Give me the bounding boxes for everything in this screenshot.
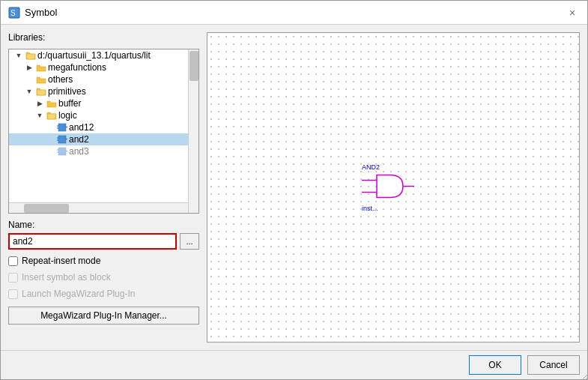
title-bar: S Symbol × — [1, 1, 587, 25]
ok-button[interactable]: OK — [469, 355, 521, 375]
toggle-logic[interactable]: ▼ — [34, 110, 45, 121]
tree-item-primitives[interactable]: ▼ primitives — [9, 85, 198, 97]
repeat-insert-label: Repeat-insert mode — [22, 256, 100, 266]
tree-label-and3: and3 — [69, 146, 89, 157]
browse-button[interactable]: ... — [180, 233, 199, 250]
tree-item-and3[interactable]: and3 — [9, 145, 198, 157]
tree-label-and2: and2 — [69, 134, 89, 145]
close-button[interactable]: × — [565, 5, 580, 20]
chip-icon-and3 — [57, 147, 67, 156]
folder-open-icon-primitives — [36, 87, 46, 96]
tree-scrollbar-vertical[interactable] — [188, 49, 198, 213]
spacer-and12 — [45, 122, 55, 133]
folder-open-icon — [25, 51, 36, 60]
spacer-and2 — [45, 134, 55, 145]
toggle-root[interactable]: ▼ — [13, 50, 24, 61]
launch-megawizard-checkbox[interactable] — [8, 289, 18, 299]
tree-container[interactable]: ▼ d:/quartusuii_13.1/quartus/lit ▶ — [8, 49, 199, 214]
svg-text:S: S — [10, 9, 16, 17]
libraries-label: Libraries: — [8, 32, 199, 43]
right-panel: AND2 inst... — [207, 32, 580, 343]
symbol-preview: AND2 inst... — [362, 163, 414, 212]
folder-icon-megafunctions — [36, 63, 46, 72]
scrollbar-thumb-h[interactable] — [24, 204, 69, 213]
resize-icon — [579, 371, 588, 380]
tree-label-megafunctions: megafunctions — [48, 62, 106, 73]
tree-item-and12[interactable]: and12 — [9, 121, 198, 133]
title-bar-left: S Symbol — [8, 7, 57, 19]
chip-icon-and12 — [57, 123, 67, 132]
and2-gate-svg — [362, 172, 414, 202]
toggle-primitives[interactable]: ▼ — [24, 86, 34, 97]
tree-item-root[interactable]: ▼ d:/quartusuii_13.1/quartus/lit — [9, 49, 198, 61]
tree-item-and2[interactable]: and2 — [9, 133, 198, 145]
cancel-button[interactable]: Cancel — [527, 355, 580, 375]
name-section: Name: ... — [8, 220, 199, 250]
folder-open-icon-logic — [46, 111, 57, 120]
tree-scroll[interactable]: ▼ d:/quartusuii_13.1/quartus/lit ▶ — [9, 49, 198, 213]
tree-label-buffer: buffer — [58, 98, 81, 109]
tree-item-buffer[interactable]: ▶ buffer — [9, 97, 198, 109]
dialog-content: Libraries: ▼ d:/quartusuii_13.1/quartus/… — [1, 25, 587, 350]
left-panel: Libraries: ▼ d:/quartusuii_13.1/quartus/… — [8, 32, 199, 343]
tree-item-logic[interactable]: ▼ logic — [9, 109, 198, 121]
insert-symbol-checkbox[interactable] — [8, 273, 18, 283]
resize-corner[interactable] — [579, 371, 588, 380]
chip-icon-and2 — [57, 135, 67, 144]
repeat-insert-row: Repeat-insert mode — [8, 256, 199, 266]
svg-rect-6 — [58, 136, 66, 143]
name-input[interactable] — [8, 233, 177, 250]
tree-label-root: d:/quartusuii_13.1/quartus/lit — [37, 50, 151, 61]
footer: OK Cancel — [1, 350, 587, 379]
name-row: ... — [8, 233, 199, 250]
tree-label-logic: logic — [58, 110, 77, 121]
toggle-buffer[interactable]: ▶ — [34, 98, 45, 109]
launch-megawizard-row: Launch MegaWizard Plug-In — [8, 289, 199, 299]
insert-symbol-label: Insert symbol as block — [22, 272, 111, 283]
tree-label-primitives: primitives — [48, 86, 86, 97]
toggle-megafunctions[interactable]: ▶ — [24, 62, 34, 73]
folder-icon-buffer — [46, 99, 57, 108]
launch-megawizard-label: Launch MegaWizard Plug-In — [22, 289, 135, 299]
symbol-title-icon: S — [8, 7, 20, 19]
svg-line-18 — [585, 377, 588, 380]
toggle-others — [24, 74, 34, 85]
gate-label: AND2 — [362, 163, 414, 171]
tree-item-megafunctions[interactable]: ▶ megafunctions — [9, 61, 198, 73]
svg-rect-2 — [58, 124, 66, 131]
insert-symbol-row: Insert symbol as block — [8, 272, 199, 283]
repeat-insert-checkbox[interactable] — [8, 256, 18, 266]
tree-scrollbar-horizontal[interactable] — [9, 202, 188, 213]
svg-rect-10 — [58, 148, 66, 155]
tree-label-and12: and12 — [69, 122, 94, 133]
folder-icon-others — [36, 75, 46, 84]
megawizard-btn[interactable]: MegaWizard Plug-In Manager... — [8, 307, 199, 325]
name-label: Name: — [8, 220, 199, 230]
tree-label-others: others — [48, 74, 73, 85]
tree-item-others[interactable]: others — [9, 73, 198, 85]
ins-label: inst... — [362, 205, 414, 212]
dialog-title: Symbol — [25, 7, 57, 18]
scrollbar-thumb-v[interactable] — [190, 51, 198, 81]
spacer-and3 — [45, 146, 55, 157]
svg-line-17 — [582, 374, 588, 380]
symbol-dialog: S Symbol × Libraries: ▼ — [0, 0, 588, 380]
